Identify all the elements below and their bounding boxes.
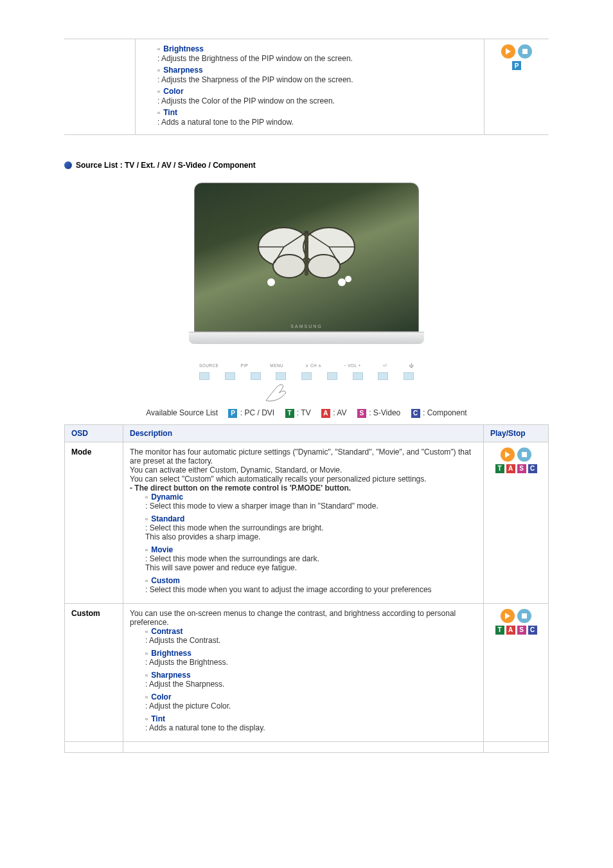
osd-table: OSD Description Play/Stop Mode The monit… [64,424,549,753]
top-term: Color [163,87,183,96]
butterfly-illustration [252,212,361,289]
monitor-enter-button[interactable]: ⏎ [383,363,387,368]
top-bullet-list: ▫ Brightness : Adjusts the Brightness of… [157,44,477,127]
osd-cell: Mode [65,442,123,603]
sub-term: Contrast [151,627,182,636]
sub-term: Dynamic [151,493,183,502]
monitor-illustration: SAMSUNG SOURCE PIP MENU ∨ CH ∧ − VOL + ⏎… [64,183,549,402]
desc-line: The monitor has four automatic picture s… [130,448,477,466]
badge-s: S [517,626,526,635]
badge-p: P [228,409,237,418]
sub-term: Sharpness [151,671,190,680]
hand-pointer-icon [265,381,425,402]
badge-c: C [411,409,420,418]
sub-term-desc: : Adjust the Sharpness. [145,680,477,689]
bullet-icon: ▫ [145,493,148,501]
monitor-menu-button[interactable]: MENU [270,363,283,368]
sub-term-desc: : Adds a natural tone to the display. [145,723,477,732]
section-header: Source List : TV / Ext. / AV / S-Video /… [64,161,549,170]
sub-term: Custom [151,576,180,585]
section-title: Source List : TV / Ext. / AV / S-Video /… [76,161,256,170]
play-stop-controls: T A S C [490,609,542,635]
monitor-ch-button[interactable]: ∨ CH ∧ [305,363,321,368]
sub-term-desc: : Adjust the picture Color. [145,701,477,710]
table-row: Mode The monitor has four automatic pict… [65,442,549,603]
th-osd: OSD [65,424,123,442]
bullet-icon: ▫ [157,87,160,95]
svg-rect-4 [305,231,308,276]
bullet-icon: ▫ [145,693,148,701]
sub-term: Tint [151,714,165,723]
section-dot-icon [64,161,72,169]
top-term-desc: : Adds a natural tone to the PIP window. [157,118,477,127]
top-term-desc: : Adjusts the Color of the PIP window on… [157,96,477,105]
badge-s: S [517,464,526,473]
play-icon[interactable] [501,44,515,59]
monitor-power-button[interactable]: ⏻ [409,363,414,368]
bullet-icon: ▫ [145,671,148,679]
monitor-source-button[interactable]: SOURCE [199,363,218,368]
sub-term-desc: : Adjusts the Brightness. [145,658,477,667]
bullet-icon: ▫ [145,628,148,635]
available-source-label: Available Source List [146,408,218,417]
svg-point-3 [308,255,340,278]
source-label: : S-Video [369,408,400,417]
sub-term-desc: : Select this mode when the surroundings… [145,554,477,572]
desc-cell: You can use the on-screen menus to chang… [123,603,484,741]
stop-icon[interactable] [518,44,532,59]
sub-term-desc: : Select this mode when the surroundings… [145,523,477,541]
bullet-icon: ▫ [157,45,160,53]
svg-point-12 [338,278,346,286]
svg-point-2 [273,255,305,278]
top-term: Brightness [163,44,204,53]
osd-cell: Custom [65,603,123,741]
play-icon[interactable] [501,448,515,462]
badge-c: C [528,464,537,473]
stop-icon[interactable] [517,448,531,462]
monitor-button-row: SOURCE PIP MENU ∨ CH ∧ − VOL + ⏎ ⏻ [188,363,425,368]
bullet-icon: ▫ [157,66,160,74]
badge-s: S [357,409,366,418]
desc-cell: The monitor has four automatic picture s… [123,442,484,603]
stop-icon[interactable] [517,609,531,623]
badge-c: C [528,626,537,635]
desc-line: You can activate either Custom, Dynamic,… [130,466,477,475]
monitor-vol-button[interactable]: − VOL + [344,363,361,368]
badge-t: T [285,409,294,418]
source-label: : PC / DVI [240,408,274,417]
top-term-desc: : Adjusts the Sharpness of the PIP windo… [157,75,477,84]
sub-term: Movie [151,545,173,554]
bullet-icon: ▫ [145,546,148,554]
top-continuation-table: ▫ Brightness : Adjusts the Brightness of… [64,39,549,135]
monitor-brand-label: SAMSUNG [290,324,322,329]
source-label: : AV [333,408,346,417]
bullet-icon: ▫ [145,515,148,523]
badge-t: T [495,464,504,473]
table-row [65,741,549,752]
badge-a: A [506,464,515,473]
th-playstop: Play/Stop [484,424,549,442]
sub-term-desc: : Select this mode when you want to adju… [145,585,477,594]
play-icon[interactable] [501,609,515,623]
svg-point-11 [267,278,275,286]
desc-line: You can select "Custom" which automatica… [130,475,477,484]
th-description: Description [123,424,484,442]
sub-term-desc: : Select this mode to view a sharper ima… [145,502,477,511]
svg-point-13 [345,276,351,282]
sub-term: Color [151,692,171,701]
badge-t: T [495,626,504,635]
sub-term-desc: : Adjusts the Contrast. [145,636,477,645]
desc-bold-line: - The direct button on the remote contro… [130,484,477,493]
top-term-desc: : Adjusts the Brightness of the PIP wind… [157,54,477,63]
monitor-indicator-row [188,372,425,380]
badge-a: A [506,626,515,635]
bullet-icon: ▫ [145,649,148,657]
top-term: Sharpness [163,66,202,75]
bullet-icon: ▫ [145,577,148,584]
source-label: : TV [297,408,311,417]
badge-a: A [321,409,330,418]
top-term: Tint [163,108,177,117]
source-label: : Component [423,408,467,417]
monitor-pip-button[interactable]: PIP [240,363,248,368]
badge-p: P [512,61,521,70]
